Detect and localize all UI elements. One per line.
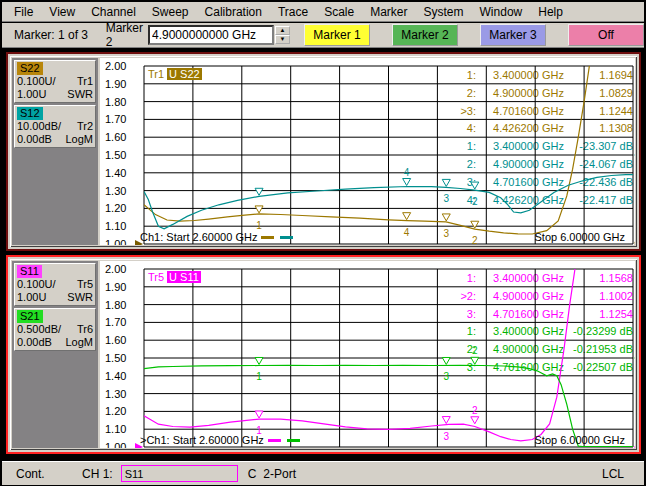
menu-item-channel[interactable]: Channel	[83, 3, 144, 21]
y-axis-tick: 1.90	[105, 281, 137, 293]
trace-legend-dash	[268, 439, 281, 442]
marker-frequency: 4.701600 GHz	[476, 105, 564, 117]
marker-buttons: Marker 1Marker 2Marker 3Off	[304, 24, 644, 46]
marker-value: 1.1254	[564, 308, 633, 320]
trace-scale: 10.00dB/	[17, 120, 61, 133]
marker-value: 1.1308	[564, 122, 633, 134]
title-trace-number: Tr1	[148, 68, 164, 80]
sweep-mode-label: Cont.	[16, 467, 60, 481]
y-axis-tick: 1.30	[105, 185, 137, 197]
menu-item-view[interactable]: View	[41, 3, 83, 21]
trace-param-panel: S110.100U/Tr51.00USWRS210.500dB/Tr60.00d…	[12, 261, 98, 448]
y-axis-tick: 1.10	[105, 220, 137, 232]
sweep-start-label: >Ch1: Start 2.60000 GHz	[140, 434, 302, 446]
marker2-frequency-input[interactable]	[148, 25, 274, 45]
spinner-down-button[interactable]: ▼	[275, 35, 290, 44]
y-axis-tick: 2.00	[105, 263, 137, 275]
y-axis-tick: 1.40	[105, 167, 137, 179]
svg-text:4: 4	[404, 227, 410, 238]
menu-item-file[interactable]: File	[6, 3, 41, 21]
trace-legend-dash	[287, 439, 300, 442]
plot-area: 2.001.901.801.701.601.501.401.301.201.10…	[100, 261, 635, 448]
local-remote-indicator: LCL	[602, 467, 624, 481]
menu-item-scale[interactable]: Scale	[316, 3, 362, 21]
menu-item-calibration[interactable]: Calibration	[197, 3, 270, 21]
y-axis-tick: 1.80	[105, 299, 137, 311]
marker-readout-row: 4:4.426200 GHz-22.417 dB	[436, 194, 633, 206]
marker-number: 4:	[436, 194, 476, 206]
marker-value: -22.417 dB	[564, 194, 633, 206]
marker-frequency: 4.426200 GHz	[476, 194, 564, 206]
menu-item-window[interactable]: Window	[472, 3, 531, 21]
plot-area: 2.001.901.801.701.601.501.401.301.201.10…	[100, 58, 635, 245]
y-axis-tick: 1.70	[105, 113, 137, 125]
trace-ref: 0.00dB	[17, 133, 52, 146]
marker-number: 3:	[436, 308, 476, 320]
marker-number: 1:	[436, 69, 476, 81]
trace-scale: 0.500dB/	[17, 323, 61, 336]
marker-number: 1:	[436, 325, 476, 337]
y-axis-tick: 2.00	[105, 60, 137, 72]
marker-frequency: 3.400000 GHz	[476, 325, 564, 337]
sparam-badge: S21	[17, 310, 43, 323]
marker-value: 1.1244	[564, 105, 633, 117]
marker-value: -24.067 dB	[564, 158, 633, 170]
marker-number: >3:	[436, 105, 476, 117]
trace-settings-s22[interactable]: S220.100U/Tr11.00USWR	[14, 60, 96, 103]
marker-value: -0.22507 dB	[564, 361, 633, 373]
marker-frequency: 3.400000 GHz	[476, 69, 564, 81]
toolbar-button-off[interactable]: Off	[568, 24, 644, 46]
toolbar-button-marker-3[interactable]: Marker 3	[480, 24, 546, 46]
marker2-field-label: Marker 2	[106, 21, 143, 49]
trace-scale: 0.100U/	[17, 278, 56, 291]
marker-value: 1.1002	[564, 290, 633, 302]
marker-toolbar: Marker: 1 of 3 Marker 2 ▲ ▼ Marker 1Mark…	[2, 23, 644, 48]
y-axis-tick: 1.80	[105, 96, 137, 108]
menu-item-sweep[interactable]: Sweep	[144, 3, 197, 21]
y-axis-tick: 1.70	[105, 316, 137, 328]
trace-settings-s11[interactable]: S110.100U/Tr51.00USWR	[14, 263, 96, 306]
marker-readout-row: 2:4.900000 GHz1.0829	[436, 87, 633, 99]
marker-readout-row: 1:3.400000 GHz-0.23299 dB	[436, 325, 633, 337]
active-parameter-box: S11	[121, 465, 238, 482]
status-bar: Cont. CH 1: S11 C 2-Port LCL	[2, 461, 644, 485]
sweep-start-label: Ch1: Start 2.60000 GHz	[140, 231, 295, 243]
y-axis-tick: 1.30	[105, 388, 137, 400]
marker-value: -0.21953 dB	[564, 343, 633, 355]
active-trace-title: Tr1U S22	[148, 68, 202, 80]
marker-readout-row: 1:3.400000 GHz1.1694	[436, 69, 633, 81]
trace-format: LogM	[65, 336, 93, 349]
cal-indicator: C	[248, 467, 257, 481]
marker-frequency: 4.900000 GHz	[476, 343, 564, 355]
svg-text:1: 1	[256, 220, 262, 231]
trace-format: LogM	[65, 133, 93, 146]
marker-readout-row: 3:4.701600 GHz-0.22507 dB	[436, 361, 633, 373]
sparam-badge: S11	[17, 265, 42, 278]
channel1-top-window[interactable]: S220.100U/Tr11.00USWRS1210.00dB/Tr20.00d…	[6, 52, 641, 251]
marker-number: 3:	[436, 361, 476, 373]
frequency-spinner: ▲ ▼	[275, 26, 290, 44]
menu-item-system[interactable]: System	[416, 3, 472, 21]
title-sparam-badge: U S11	[167, 271, 201, 283]
trace-legend-dash	[280, 236, 293, 239]
toolbar-button-marker-2[interactable]: Marker 2	[392, 24, 458, 46]
marker-value: 1.1694	[564, 69, 633, 81]
channel1-bottom-window[interactable]: S110.100U/Tr51.00USWRS210.500dB/Tr60.00d…	[6, 255, 641, 454]
menu-item-marker[interactable]: Marker	[362, 3, 415, 21]
marker-value: -22.436 dB	[564, 176, 633, 188]
toolbar-button-marker-1[interactable]: Marker 1	[304, 24, 370, 46]
trace-settings-s12[interactable]: S1210.00dB/Tr20.00dBLogM	[14, 105, 96, 148]
trace-number: Tr1	[77, 75, 93, 88]
marker-value: 1.0829	[564, 87, 633, 99]
spinner-up-button[interactable]: ▲	[275, 26, 290, 35]
menu-item-trace[interactable]: Trace	[270, 3, 316, 21]
sweep-stop-label: Stop 6.00000 GHz	[534, 231, 625, 243]
trace-settings-s21[interactable]: S210.500dB/Tr60.00dBLogM	[14, 308, 96, 351]
cal-type-label: 2-Port	[263, 467, 296, 481]
vna-application: FileViewChannelSweepCalibrationTraceScal…	[0, 0, 646, 486]
marker-number: >2:	[436, 290, 476, 302]
marker-value: 1.1568	[564, 272, 633, 284]
y-axis-tick: 1.20	[105, 405, 137, 417]
menu-item-help[interactable]: Help	[530, 3, 571, 21]
svg-text:2: 2	[472, 405, 478, 416]
